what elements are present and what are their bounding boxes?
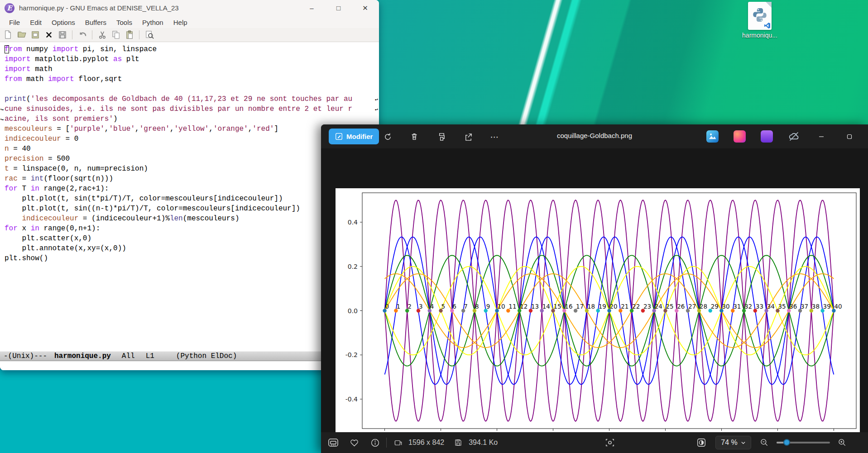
info-icon[interactable] <box>367 435 383 450</box>
point-annotation: 6 <box>452 303 456 310</box>
point-annotation: 9 <box>486 303 490 310</box>
photos-titlebar: Modifier ⋯ coquillage-Goldbach.png <box>321 124 868 148</box>
menu-file[interactable]: File <box>4 18 25 27</box>
wrap-indicator-right: ↩ <box>375 95 378 105</box>
emacs-close-button[interactable]: ✕ <box>355 0 376 16</box>
point-annotation: 34 <box>767 303 775 310</box>
emacs-minimize-button[interactable]: – <box>301 0 322 16</box>
code-line: import math <box>5 64 379 74</box>
photos-statusbar: 1596 x 842 394.1 Ko 74 % <box>321 432 868 453</box>
delete-icon[interactable] <box>408 130 421 143</box>
zoom-out-icon[interactable] <box>757 435 772 450</box>
point-annotation: 7 <box>464 303 468 310</box>
point-annotation: 25 <box>666 303 673 310</box>
point-annotation: 14 <box>542 303 550 310</box>
cloud-unavailable-icon[interactable] <box>788 130 800 143</box>
zoom-slider[interactable] <box>777 442 830 443</box>
point-annotation: 32 <box>744 303 752 310</box>
dimensions-icon <box>390 435 406 450</box>
point-annotation: 26 <box>677 303 685 310</box>
point-annotation: 15 <box>554 303 561 310</box>
emacs-maximize-button[interactable]: □ <box>328 0 349 16</box>
open-file-icon[interactable] <box>16 30 27 40</box>
point-annotation: 1 <box>396 303 400 310</box>
cut-icon[interactable] <box>97 30 107 40</box>
menu-tools[interactable]: Tools <box>111 18 137 27</box>
undo-icon[interactable] <box>77 30 87 40</box>
code-line: print('les decomposants de Goldbach de 4… <box>5 94 379 104</box>
point-annotation: 2 <box>408 303 412 310</box>
goldbach-plot: 0510152025303540-0.4-0.20.00.20.40123456… <box>336 188 860 446</box>
y-tick-label: -0.4 <box>345 396 358 403</box>
zoom-in-icon[interactable] <box>834 435 850 450</box>
menu-python[interactable]: Python <box>137 18 168 27</box>
point-annotation: 16 <box>565 303 572 310</box>
goldbach-plot-image[interactable]: 0510152025303540-0.4-0.20.00.20.40123456… <box>336 188 860 446</box>
point-annotation: 11 <box>508 303 516 310</box>
copy-icon[interactable] <box>110 30 121 40</box>
file-size-icon <box>451 435 466 450</box>
photos-maximize-button[interactable] <box>843 130 856 143</box>
save-buffer-icon[interactable] <box>57 30 67 40</box>
point-annotation: 30 <box>722 303 729 310</box>
photos-minimize-button[interactable] <box>815 130 828 143</box>
rotate-icon[interactable] <box>381 130 394 143</box>
designer-app-icon[interactable] <box>734 130 746 143</box>
point-annotation: 27 <box>688 303 696 310</box>
point-annotation: 12 <box>520 303 528 310</box>
point-annotation: 18 <box>587 303 595 310</box>
wrap-indicator-left: ↪ <box>0 105 4 115</box>
point-annotation: 40 <box>834 303 842 310</box>
menu-buffers[interactable]: Buffers <box>80 18 111 27</box>
share-icon[interactable] <box>461 130 475 143</box>
code-line: cune sinusoides, i.e. ils ne sont pas di… <box>5 104 379 114</box>
edit-button[interactable]: Modifier <box>329 129 379 144</box>
photos-image-title: coquillage-Goldbach.png <box>321 132 868 139</box>
statusbar-divider <box>386 438 387 448</box>
visual-search-icon[interactable] <box>602 435 618 450</box>
dired-icon[interactable] <box>30 30 40 40</box>
edit-pencil-icon <box>335 133 343 140</box>
y-tick-label: 0.4 <box>348 219 358 226</box>
point-annotation: 38 <box>812 303 820 310</box>
y-tick-label: -0.2 <box>345 351 358 358</box>
point-annotation: 36 <box>789 303 797 310</box>
point-annotation: 20 <box>610 303 618 310</box>
filmstrip-toggle-icon[interactable] <box>326 435 341 450</box>
file-size: 394.1 Ko <box>469 439 498 447</box>
clipchamp-app-icon[interactable] <box>761 130 773 143</box>
emacs-menubar: FileEditOptionsBuffersToolsPythonHelp <box>0 16 379 28</box>
desktop-icon-label: harmoniqu... <box>737 32 782 39</box>
photos-app-icon[interactable] <box>706 130 719 143</box>
favorite-heart-icon[interactable] <box>346 435 362 450</box>
kill-buffer-icon[interactable] <box>43 30 54 40</box>
point-annotation: 35 <box>778 303 786 310</box>
new-file-icon[interactable] <box>3 30 13 40</box>
code-line: import matplotlib.pyplot as plt <box>5 54 379 64</box>
toolbar-separator <box>139 30 139 39</box>
zoom-level-dropdown[interactable]: 74 % <box>715 436 751 449</box>
more-options-icon[interactable]: ⋯ <box>488 130 501 143</box>
menu-options[interactable]: Options <box>47 18 80 27</box>
modeline-coding: -(Unix)--- <box>4 352 54 360</box>
point-annotation: 3 <box>419 303 423 310</box>
vscode-badge-icon <box>764 22 771 29</box>
point-annotation: 19 <box>599 303 606 310</box>
theme-toggle-icon[interactable] <box>694 435 709 450</box>
point-annotation: 33 <box>756 303 763 310</box>
point-annotation: 28 <box>700 303 707 310</box>
paste-icon[interactable] <box>124 30 134 40</box>
menu-help[interactable]: Help <box>168 18 192 27</box>
desktop-icon-harmonique[interactable]: harmoniqu... <box>737 2 782 42</box>
zoom-slider-thumb[interactable] <box>783 439 790 446</box>
python-logo-icon <box>751 6 768 24</box>
code-line: from math import floor,sqrt <box>5 74 379 84</box>
python-file-icon <box>748 2 772 30</box>
menu-edit[interactable]: Edit <box>25 18 47 27</box>
point-annotation: 23 <box>643 303 651 310</box>
point-annotation: 5 <box>441 303 446 310</box>
search-icon[interactable] <box>144 30 154 40</box>
edit-button-label: Modifier <box>346 133 373 140</box>
print-icon[interactable] <box>435 130 448 143</box>
emacs-toolbar <box>0 28 379 42</box>
